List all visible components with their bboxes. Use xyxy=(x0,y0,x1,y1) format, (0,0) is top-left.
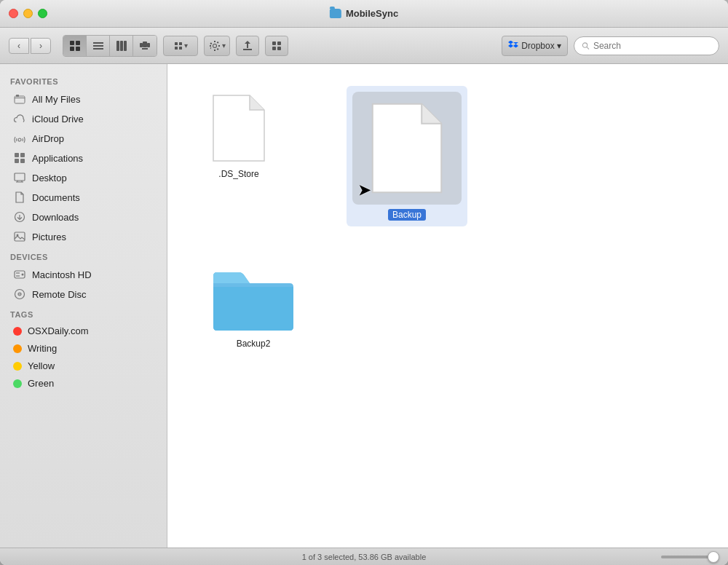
svg-rect-32 xyxy=(15,173,25,181)
column-view-button[interactable] xyxy=(110,36,133,56)
file-label-backup: Backup xyxy=(388,209,426,221)
zoom-slider[interactable] xyxy=(661,556,719,558)
svg-rect-25 xyxy=(15,98,25,98)
minimize-button[interactable] xyxy=(23,9,33,18)
sidebar-item-macintosh-hd[interactable]: Macintosh HD xyxy=(3,265,164,284)
sidebar-item-tag-osxdaily[interactable]: OSXDaily.com xyxy=(3,323,164,339)
sidebar-item-downloads[interactable]: Downloads xyxy=(3,208,164,226)
main-content: Favorites All My Files iCloud Drive AirD… xyxy=(0,64,728,548)
icon-view-button[interactable] xyxy=(63,36,87,56)
file-item-backup2[interactable]: Backup2 xyxy=(204,256,303,355)
svg-rect-14 xyxy=(175,42,178,45)
desktop-icon xyxy=(13,171,26,184)
svg-rect-5 xyxy=(93,45,103,47)
sidebar: Favorites All My Files iCloud Drive AirD… xyxy=(0,64,167,548)
list-view-button[interactable] xyxy=(87,36,110,56)
svg-rect-31 xyxy=(20,159,25,163)
svg-rect-18 xyxy=(272,42,276,45)
sidebar-item-label: Macintosh HD xyxy=(32,269,92,280)
documents-icon xyxy=(13,191,26,204)
svg-rect-1 xyxy=(76,41,80,45)
svg-rect-2 xyxy=(70,47,74,51)
file-area[interactable]: .DS_Store ➤ Backup xyxy=(167,64,728,548)
svg-rect-8 xyxy=(120,41,123,51)
svg-rect-30 xyxy=(15,159,19,163)
title-folder-icon xyxy=(330,9,341,18)
dropbox-button[interactable]: Dropbox ▾ xyxy=(502,36,568,56)
doc-icon-dsstore xyxy=(210,92,268,165)
sidebar-item-icloud[interactable]: iCloud Drive xyxy=(3,109,164,128)
sidebar-item-remote-disc[interactable]: Remote Disc xyxy=(3,285,164,304)
file-label-backup2: Backup2 xyxy=(237,339,271,349)
sidebar-item-desktop[interactable]: Desktop xyxy=(3,168,164,187)
sidebar-item-pictures[interactable]: Pictures xyxy=(3,227,164,246)
view-dropdown-button[interactable]: ▾ xyxy=(163,36,198,56)
search-input[interactable] xyxy=(593,41,711,51)
svg-rect-7 xyxy=(116,41,119,51)
sidebar-item-tag-yellow[interactable]: Yellow xyxy=(3,357,164,374)
search-box[interactable] xyxy=(574,36,719,55)
file-item-backup[interactable]: ➤ Backup xyxy=(347,86,467,226)
svg-rect-28 xyxy=(15,153,19,157)
sidebar-item-tag-green[interactable]: Green xyxy=(3,375,164,392)
svg-rect-16 xyxy=(175,47,178,50)
forward-button[interactable]: › xyxy=(31,38,51,54)
svg-rect-24 xyxy=(15,96,25,103)
toolbar: ‹ › ▾ ▾ xyxy=(0,28,728,64)
file-label-dsstore: .DS_Store xyxy=(218,169,258,179)
tag-dot-green xyxy=(13,379,22,388)
svg-rect-4 xyxy=(93,42,103,44)
svg-rect-26 xyxy=(16,95,19,97)
sidebar-item-label: iCloud Drive xyxy=(32,114,84,125)
hdd-icon xyxy=(13,268,26,281)
sidebar-item-documents[interactable]: Documents xyxy=(3,188,164,207)
svg-point-41 xyxy=(22,274,24,276)
slider-thumb[interactable] xyxy=(708,551,719,563)
svg-rect-12 xyxy=(147,43,150,47)
nav-buttons: ‹ › xyxy=(9,38,51,54)
svg-rect-0 xyxy=(70,41,74,45)
devices-header: Devices xyxy=(0,247,167,264)
back-button[interactable]: ‹ xyxy=(9,38,29,54)
sidebar-item-label: Writing xyxy=(28,343,57,354)
sidebar-item-label: Downloads xyxy=(32,212,79,223)
svg-rect-6 xyxy=(93,48,103,50)
doc-icon-backup: ➤ xyxy=(352,92,462,205)
sidebar-item-label: Documents xyxy=(32,192,80,203)
svg-rect-19 xyxy=(277,42,281,45)
sidebar-item-applications[interactable]: Applications xyxy=(3,149,164,167)
svg-point-27 xyxy=(18,138,21,141)
alias-arrow-icon: ➤ xyxy=(358,181,371,199)
tags-header: Tags xyxy=(0,304,167,322)
tag-button[interactable] xyxy=(265,36,288,56)
tag-dot-orange xyxy=(13,344,22,353)
disc-icon xyxy=(13,288,26,301)
svg-rect-20 xyxy=(272,47,276,50)
sidebar-item-tag-writing[interactable]: Writing xyxy=(3,340,164,357)
svg-rect-13 xyxy=(142,48,148,50)
action-button[interactable]: ▾ xyxy=(204,36,230,56)
sidebar-item-all-my-files[interactable]: All My Files xyxy=(3,90,164,108)
statusbar: 1 of 3 selected, 53.86 GB available xyxy=(0,548,728,565)
fullscreen-button[interactable] xyxy=(38,9,47,18)
file-item-dsstore[interactable]: .DS_Store xyxy=(204,86,274,226)
coverflow-view-button[interactable] xyxy=(133,36,157,56)
slider-track xyxy=(661,556,719,558)
svg-point-22 xyxy=(582,42,587,47)
close-button[interactable] xyxy=(9,9,18,18)
sidebar-item-label: OSXDaily.com xyxy=(28,325,89,336)
sidebar-item-label: Remote Disc xyxy=(32,289,86,300)
svg-rect-21 xyxy=(277,47,281,50)
sidebar-item-label: Applications xyxy=(32,153,83,164)
sidebar-item-label: All My Files xyxy=(32,94,80,105)
sidebar-item-label: Green xyxy=(28,378,54,389)
svg-rect-3 xyxy=(76,47,80,51)
applications-icon xyxy=(13,151,26,165)
svg-rect-10 xyxy=(143,42,147,47)
titlebar: MobileSync xyxy=(0,0,728,28)
airdrop-icon xyxy=(13,132,26,145)
sidebar-item-label: Pictures xyxy=(32,232,66,242)
window-title: MobileSync xyxy=(330,8,398,19)
share-button[interactable] xyxy=(236,36,259,56)
sidebar-item-airdrop[interactable]: AirDrop xyxy=(3,129,164,148)
